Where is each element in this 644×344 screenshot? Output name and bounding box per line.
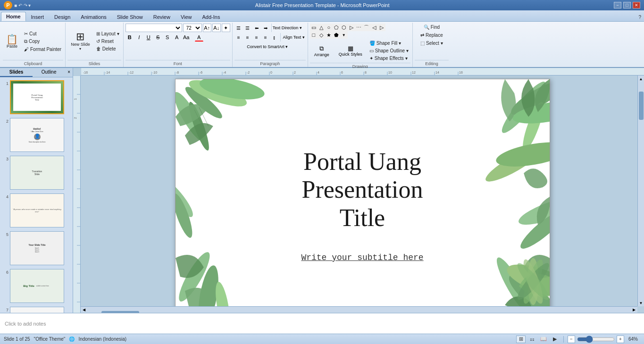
- shape-btn-circle[interactable]: ○: [325, 24, 333, 31]
- shape-btn-larrow[interactable]: ◁: [370, 24, 378, 31]
- zoom-out-btn[interactable]: −: [568, 336, 575, 343]
- shape-btn-line[interactable]: ⋯: [355, 24, 363, 31]
- font-size-select[interactable]: 72: [183, 24, 202, 32]
- tab-slideshow[interactable]: Slide Show: [112, 12, 148, 21]
- quick-styles-button[interactable]: ▦ Quick Styles: [335, 43, 366, 59]
- find-button[interactable]: 🔍 Find: [422, 24, 442, 31]
- clear-format-button[interactable]: ✦: [222, 24, 230, 32]
- slide-subtitle[interactable]: Write your subtitle here: [301, 253, 423, 262]
- layout-button[interactable]: ⊞ Layout ▾: [94, 30, 121, 37]
- char-spacing-button[interactable]: A: [173, 33, 181, 42]
- help-btn[interactable]: ?: [636, 13, 644, 21]
- slide-thumb-item-6[interactable]: 6 Big Title subtitle content here: [2, 268, 71, 304]
- slide-thumb-item-4[interactable]: 4 "A person who never made a mistake nev…: [2, 193, 71, 228]
- shape-btn-poly[interactable]: ⬟: [333, 31, 340, 39]
- shape-fill-button[interactable]: 🪣 Shape Fill ▾: [368, 40, 410, 47]
- strikethrough-button[interactable]: S: [154, 33, 162, 42]
- format-painter-button[interactable]: 🖌 Format Painter: [22, 46, 63, 53]
- minimize-btn[interactable]: −: [614, 2, 621, 8]
- slide-canvas-area[interactable]: Portal Uang Presentation Title Write you…: [81, 76, 644, 313]
- copy-button[interactable]: ⧉ Copy: [22, 38, 63, 45]
- scroll-left-btn[interactable]: ◀: [81, 307, 87, 313]
- increase-indent-button[interactable]: ➡: [261, 24, 270, 32]
- tab-outline[interactable]: Outline: [33, 68, 65, 77]
- justify-button[interactable]: ≡: [261, 33, 270, 42]
- slideshow-view-btn[interactable]: ▶: [550, 336, 560, 343]
- horizontal-scrollbar[interactable]: ◀ ▶: [81, 306, 637, 313]
- italic-button[interactable]: I: [135, 33, 143, 42]
- align-right-button[interactable]: ≡: [252, 33, 261, 42]
- change-case-button[interactable]: Aa: [182, 33, 191, 42]
- slide-main-title[interactable]: Portal Uang Presentation Title: [250, 148, 475, 232]
- tab-view[interactable]: View: [176, 12, 197, 21]
- notes-area[interactable]: Click to add notes: [0, 313, 644, 334]
- tab-home[interactable]: Home: [1, 12, 26, 21]
- tab-insert[interactable]: Insert: [26, 12, 50, 21]
- text-direction-button[interactable]: Text Direction ▾: [273, 24, 301, 32]
- maximize-btn[interactable]: □: [623, 2, 631, 8]
- shadow-button[interactable]: S: [163, 33, 172, 42]
- shape-btn-star[interactable]: ★: [325, 31, 333, 39]
- align-left-button[interactable]: ≡: [234, 33, 243, 42]
- scroll-thumb-v[interactable]: [639, 92, 644, 120]
- normal-view-btn[interactable]: ⊞: [516, 336, 526, 343]
- scroll-track-v[interactable]: [638, 82, 644, 300]
- tab-design[interactable]: Design: [49, 12, 75, 21]
- reading-view-btn[interactable]: 📖: [539, 336, 548, 343]
- shape-btn-hex[interactable]: ⬡: [340, 24, 348, 31]
- slide-thumb-item-7[interactable]: 7 Content is type skeleton: [2, 306, 71, 313]
- slide-thumb-item-3[interactable]: 3 TransitionSlide: [2, 155, 71, 191]
- scroll-up-btn[interactable]: ▲: [638, 76, 644, 82]
- shape-btn-dia[interactable]: ◇: [318, 31, 325, 39]
- slide-canvas[interactable]: Portal Uang Presentation Title Write you…: [175, 79, 550, 310]
- shape-btn-tri[interactable]: △: [318, 24, 325, 31]
- close-panel-btn[interactable]: ×: [65, 68, 73, 77]
- columns-button[interactable]: ⫿: [270, 33, 279, 42]
- increase-font-button[interactable]: A↑: [203, 24, 211, 32]
- shape-btn-arc[interactable]: ⌒: [363, 24, 370, 31]
- align-text-button[interactable]: Align Text ▾: [282, 33, 306, 42]
- close-btn[interactable]: ✕: [633, 2, 640, 8]
- tab-animations[interactable]: Animations: [75, 12, 111, 21]
- slide-thumb-item-5[interactable]: 5 Your Slide Title Item 1Item 2Item 3: [2, 230, 71, 266]
- shape-btn-rect[interactable]: ▭: [310, 24, 318, 31]
- font-color-button[interactable]: A: [195, 33, 203, 42]
- font-name-select[interactable]: [125, 24, 182, 32]
- zoom-in-btn[interactable]: +: [617, 336, 624, 343]
- arrange-button[interactable]: ⧉ Arrange: [310, 43, 334, 59]
- select-button[interactable]: ⬚ Select ▾: [418, 40, 445, 47]
- shape-effects-button[interactable]: ✦ Shape Effects ▾: [368, 55, 410, 62]
- reset-button[interactable]: ↺ Reset: [94, 38, 121, 45]
- new-slide-button[interactable]: ⊞ New Slide ▾: [67, 27, 93, 56]
- zoom-slider[interactable]: [577, 337, 615, 341]
- slide-thumb-item-2[interactable]: 2 Hello! I Am Jane Doe 👤 Some descriptio…: [2, 117, 71, 153]
- smartart-button[interactable]: Convert to SmartArt ▾: [234, 42, 301, 51]
- decrease-font-button[interactable]: A↓: [212, 24, 221, 32]
- replace-button[interactable]: ⇄ Replace: [418, 32, 445, 39]
- vertical-scrollbar[interactable]: ▲ ▼: [637, 76, 644, 306]
- paste-button[interactable]: 📋 Paste: [3, 27, 21, 56]
- office-logo[interactable]: P: [4, 1, 12, 9]
- slide-thumb-item-1[interactable]: 1 Portal UangPresentationTitle: [2, 79, 71, 115]
- numbering-button[interactable]: ☰: [243, 24, 252, 32]
- shape-btn-sq[interactable]: □: [310, 31, 318, 39]
- slide-sorter-btn[interactable]: ⚏: [527, 336, 537, 343]
- shape-btn-arrow[interactable]: ▷: [348, 24, 355, 31]
- shape-btn-more[interactable]: ▼: [340, 31, 348, 39]
- shape-btn-rarrow[interactable]: ▷: [378, 24, 385, 31]
- scroll-down-btn[interactable]: ▼: [638, 300, 644, 306]
- bullets-button[interactable]: ☰: [234, 24, 243, 32]
- scroll-thumb-h[interactable]: [101, 311, 139, 313]
- bold-button[interactable]: B: [125, 33, 134, 42]
- center-button[interactable]: ≡: [243, 33, 252, 42]
- decrease-indent-button[interactable]: ⬅: [252, 24, 261, 32]
- tab-addins[interactable]: Add-Ins: [197, 12, 226, 21]
- delete-button[interactable]: 🗑 Delete: [94, 45, 121, 52]
- shape-btn-penta[interactable]: ⬠: [333, 24, 340, 31]
- tab-slides[interactable]: Slides: [0, 68, 33, 77]
- shape-outline-button[interactable]: ▭ Shape Outline ▾: [368, 47, 410, 54]
- underline-button[interactable]: U: [144, 33, 153, 42]
- tab-review[interactable]: Review: [148, 12, 176, 21]
- scroll-right-btn[interactable]: ▶: [631, 307, 637, 313]
- cut-button[interactable]: ✂ Cut: [22, 30, 63, 37]
